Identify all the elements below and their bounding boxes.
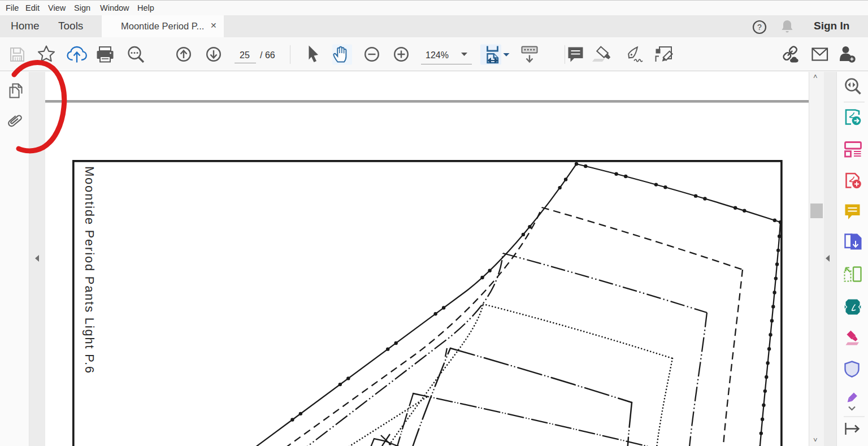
svg-text:?: ?	[757, 23, 762, 32]
